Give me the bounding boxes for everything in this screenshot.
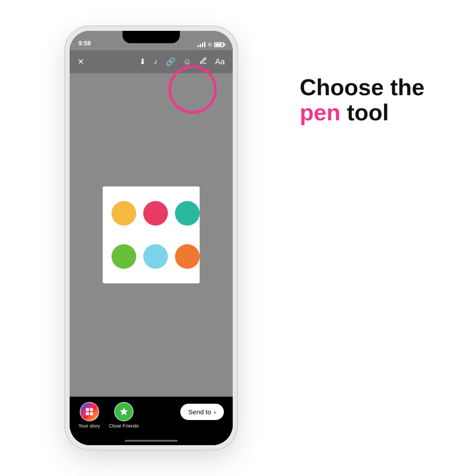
dot-light-blue bbox=[143, 244, 168, 269]
text-icon[interactable]: Aa bbox=[215, 57, 225, 67]
close-friends-icon bbox=[114, 402, 134, 421]
close-friends-label: Close Friends bbox=[109, 423, 139, 428]
send-arrow-icon: › bbox=[214, 408, 216, 416]
send-to-button[interactable]: Send to › bbox=[180, 404, 224, 420]
dot-red bbox=[143, 201, 168, 226]
emoji-icon[interactable]: ☺ bbox=[183, 57, 191, 67]
phone-inner: 9:58 ⊜ ✕ bbox=[70, 31, 233, 445]
phone-mockup: 9:58 ⊜ ✕ bbox=[65, 26, 237, 450]
instruction-line2: pen tool bbox=[300, 100, 450, 125]
download-icon[interactable]: ⬇ bbox=[139, 57, 146, 67]
send-to-label: Send to bbox=[188, 408, 211, 416]
tool-word: tool bbox=[340, 100, 389, 125]
svg-rect-1 bbox=[89, 408, 93, 411]
signal-icon bbox=[197, 42, 205, 47]
your-story-icon bbox=[80, 402, 99, 421]
editor-toolbar: ✕ ⬇ ♪ 🔗 ☺ Aa bbox=[70, 50, 233, 73]
home-indicator bbox=[125, 440, 178, 442]
svg-rect-0 bbox=[86, 408, 89, 411]
music-icon[interactable]: ♪ bbox=[154, 57, 158, 67]
wifi-icon: ⊜ bbox=[208, 41, 212, 48]
story-content bbox=[70, 73, 233, 397]
link-icon[interactable]: 🔗 bbox=[166, 57, 175, 67]
phone-notch bbox=[123, 31, 180, 43]
dot-yellow bbox=[112, 201, 136, 226]
close-friends-option[interactable]: Close Friends bbox=[109, 402, 139, 428]
svg-marker-4 bbox=[120, 408, 128, 415]
dot-teal bbox=[175, 201, 200, 226]
bottom-bar: Your story Close Friends Send bbox=[70, 397, 233, 445]
status-time: 9:58 bbox=[78, 40, 91, 48]
battery-icon bbox=[214, 42, 224, 47]
story-editor: ✕ ⬇ ♪ 🔗 ☺ Aa bbox=[70, 50, 233, 397]
instruction-line1: Choose the bbox=[300, 75, 450, 100]
your-story-label: Your story bbox=[78, 423, 100, 428]
dots-card bbox=[103, 186, 200, 283]
page: 9:58 ⊜ ✕ bbox=[0, 0, 476, 476]
svg-rect-3 bbox=[89, 412, 93, 415]
status-icons: ⊜ bbox=[197, 41, 224, 48]
your-story-option[interactable]: Your story bbox=[78, 402, 100, 428]
bottom-left-options: Your story Close Friends bbox=[78, 402, 139, 428]
close-icon[interactable]: ✕ bbox=[78, 57, 84, 67]
pen-word: pen bbox=[300, 100, 340, 125]
dot-orange bbox=[175, 244, 200, 269]
phone-outer: 9:58 ⊜ ✕ bbox=[65, 26, 237, 450]
dot-green bbox=[112, 244, 136, 269]
instruction-text: Choose the pen tool bbox=[300, 75, 450, 125]
svg-rect-2 bbox=[86, 412, 89, 415]
toolbar-right-icons: ⬇ ♪ 🔗 ☺ Aa bbox=[139, 57, 225, 67]
draw-pen-icon[interactable] bbox=[199, 57, 207, 67]
